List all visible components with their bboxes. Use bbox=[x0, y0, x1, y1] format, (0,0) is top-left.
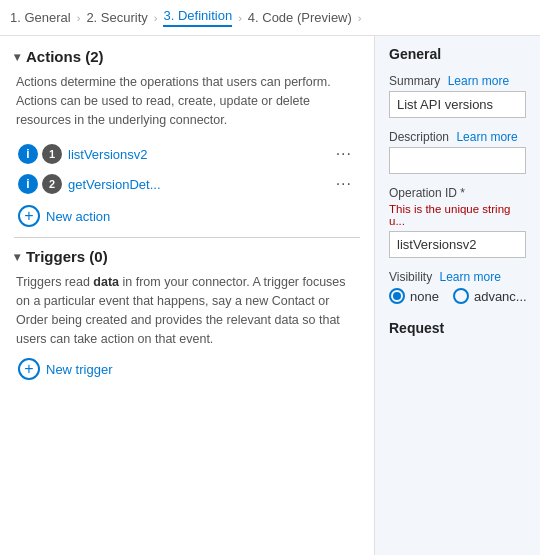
actions-chevron-icon: ▾ bbox=[14, 50, 20, 64]
visibility-label: Visibility Learn more bbox=[389, 270, 526, 284]
main-layout: ▾ Actions (2) Actions determine the oper… bbox=[0, 36, 540, 555]
breadcrumb-sep-4: › bbox=[358, 12, 362, 24]
left-panel: ▾ Actions (2) Actions determine the oper… bbox=[0, 36, 375, 555]
breadcrumb-sep-2: › bbox=[154, 12, 158, 24]
visibility-none-label: none bbox=[410, 289, 439, 304]
actions-description: Actions determine the operations that us… bbox=[16, 73, 360, 129]
breadcrumb: 1. General › 2. Security › 3. Definition… bbox=[0, 0, 540, 36]
summary-input[interactable] bbox=[389, 91, 526, 118]
visibility-advanced-option[interactable]: advanc... bbox=[453, 288, 527, 304]
info-icon-2: i bbox=[18, 174, 38, 194]
summary-label: Summary Learn more bbox=[389, 74, 526, 88]
triggers-chevron-icon: ▾ bbox=[14, 250, 20, 264]
description-label: Description Learn more bbox=[389, 130, 526, 144]
breadcrumb-item-code-preview[interactable]: 4. Code (Preview) bbox=[248, 10, 352, 25]
breadcrumb-item-definition[interactable]: 3. Definition bbox=[163, 8, 232, 27]
summary-learn-more-link[interactable]: Learn more bbox=[448, 74, 509, 88]
right-panel-title: General bbox=[389, 46, 526, 62]
operation-id-label: Operation ID * bbox=[389, 186, 526, 200]
info-icon-1: i bbox=[18, 144, 38, 164]
new-action-button[interactable]: + New action bbox=[18, 205, 360, 227]
breadcrumb-sep-3: › bbox=[238, 12, 242, 24]
request-header: Request bbox=[389, 320, 526, 336]
number-icon-2: 2 bbox=[42, 174, 62, 194]
action-item-1[interactable]: i 1 listVersionsv2 ··· bbox=[14, 139, 360, 169]
action-dots-1[interactable]: ··· bbox=[332, 145, 356, 163]
breadcrumb-item-general[interactable]: 1. General bbox=[10, 10, 71, 25]
description-input[interactable] bbox=[389, 147, 526, 174]
plus-icon-action: + bbox=[18, 205, 40, 227]
number-icon-1: 1 bbox=[42, 144, 62, 164]
visibility-none-option[interactable]: none bbox=[389, 288, 439, 304]
triggers-description: Triggers read data in from your connecto… bbox=[16, 273, 360, 348]
right-panel: General Summary Learn more Description L… bbox=[375, 36, 540, 555]
action-item-2[interactable]: i 2 getVersionDet... ··· bbox=[14, 169, 360, 199]
section-divider bbox=[14, 237, 360, 238]
plus-icon-trigger: + bbox=[18, 358, 40, 380]
action-name-1: listVersionsv2 bbox=[68, 147, 332, 162]
new-trigger-button[interactable]: + New trigger bbox=[18, 358, 360, 380]
description-learn-more-link[interactable]: Learn more bbox=[456, 130, 517, 144]
breadcrumb-item-security[interactable]: 2. Security bbox=[86, 10, 147, 25]
visibility-learn-more-link[interactable]: Learn more bbox=[439, 270, 500, 284]
visibility-advanced-label: advanc... bbox=[474, 289, 527, 304]
operation-id-note: This is the unique string u... bbox=[389, 203, 526, 227]
visibility-options: none advanc... bbox=[389, 288, 526, 304]
breadcrumb-sep-1: › bbox=[77, 12, 81, 24]
triggers-section-header[interactable]: ▾ Triggers (0) bbox=[14, 248, 360, 265]
radio-none-icon bbox=[389, 288, 405, 304]
action-name-2: getVersionDet... bbox=[68, 177, 332, 192]
operation-id-input[interactable] bbox=[389, 231, 526, 258]
action-dots-2[interactable]: ··· bbox=[332, 175, 356, 193]
actions-section-header[interactable]: ▾ Actions (2) bbox=[14, 48, 360, 65]
radio-advanced-icon bbox=[453, 288, 469, 304]
